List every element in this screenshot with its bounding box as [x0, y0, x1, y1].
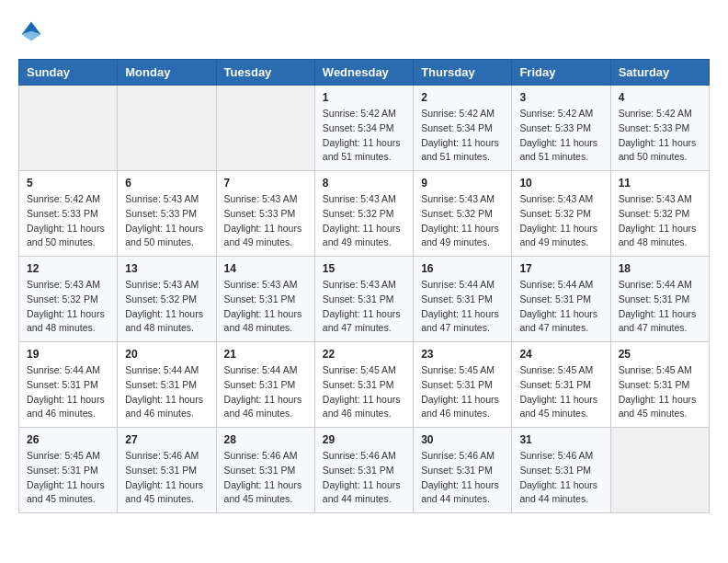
day-info: Sunrise: 5:45 AMSunset: 5:31 PMDaylight:…	[27, 449, 109, 507]
day-number: 30	[421, 433, 504, 446]
calendar-cell: 21Sunrise: 5:44 AMSunset: 5:31 PMDayligh…	[216, 342, 314, 428]
weekday-header-monday: Monday	[118, 60, 216, 86]
day-info: Sunrise: 5:45 AMSunset: 5:31 PMDaylight:…	[619, 363, 701, 421]
calendar-cell: 22Sunrise: 5:45 AMSunset: 5:31 PMDayligh…	[314, 342, 413, 428]
day-number: 16	[421, 262, 504, 275]
calendar-week-5: 26Sunrise: 5:45 AMSunset: 5:31 PMDayligh…	[19, 428, 710, 513]
day-info: Sunrise: 5:45 AMSunset: 5:31 PMDaylight:…	[519, 363, 602, 421]
weekday-header-sunday: Sunday	[19, 60, 118, 86]
weekday-header-wednesday: Wednesday	[314, 60, 413, 86]
calendar-cell: 18Sunrise: 5:44 AMSunset: 5:31 PMDayligh…	[610, 257, 709, 342]
day-number: 27	[125, 433, 208, 446]
calendar-cell: 19Sunrise: 5:44 AMSunset: 5:31 PMDayligh…	[19, 342, 118, 428]
day-number: 19	[27, 348, 109, 361]
calendar-cell: 2Sunrise: 5:42 AMSunset: 5:34 PMDaylight…	[414, 86, 512, 171]
day-info: Sunrise: 5:42 AMSunset: 5:34 PMDaylight:…	[421, 107, 504, 165]
calendar-cell	[610, 428, 709, 513]
day-info: Sunrise: 5:44 AMSunset: 5:31 PMDaylight:…	[224, 363, 307, 421]
day-info: Sunrise: 5:46 AMSunset: 5:31 PMDaylight:…	[224, 449, 307, 507]
day-info: Sunrise: 5:42 AMSunset: 5:33 PMDaylight:…	[519, 107, 602, 165]
day-info: Sunrise: 5:43 AMSunset: 5:31 PMDaylight:…	[224, 278, 307, 336]
day-info: Sunrise: 5:44 AMSunset: 5:31 PMDaylight:…	[125, 363, 208, 421]
day-number: 14	[224, 262, 307, 275]
day-info: Sunrise: 5:43 AMSunset: 5:33 PMDaylight:…	[224, 192, 307, 250]
weekday-header-tuesday: Tuesday	[216, 60, 314, 86]
day-info: Sunrise: 5:43 AMSunset: 5:32 PMDaylight:…	[519, 192, 602, 250]
day-info: Sunrise: 5:45 AMSunset: 5:31 PMDaylight:…	[323, 363, 405, 421]
day-number: 5	[27, 177, 109, 190]
day-info: Sunrise: 5:45 AMSunset: 5:31 PMDaylight:…	[421, 363, 504, 421]
day-number: 10	[519, 177, 602, 190]
day-info: Sunrise: 5:44 AMSunset: 5:31 PMDaylight:…	[519, 278, 602, 336]
logo	[18, 18, 48, 44]
calendar-cell: 26Sunrise: 5:45 AMSunset: 5:31 PMDayligh…	[19, 428, 118, 513]
day-number: 20	[125, 348, 208, 361]
calendar-cell	[216, 86, 314, 171]
day-number: 7	[224, 177, 307, 190]
day-info: Sunrise: 5:44 AMSunset: 5:31 PMDaylight:…	[27, 363, 109, 421]
calendar-cell: 31Sunrise: 5:46 AMSunset: 5:31 PMDayligh…	[512, 428, 610, 513]
calendar-cell	[118, 86, 216, 171]
day-info: Sunrise: 5:42 AMSunset: 5:34 PMDaylight:…	[323, 107, 405, 165]
day-number: 24	[519, 348, 602, 361]
calendar-cell: 9Sunrise: 5:43 AMSunset: 5:32 PMDaylight…	[414, 171, 512, 257]
calendar-week-2: 5Sunrise: 5:42 AMSunset: 5:33 PMDaylight…	[19, 171, 710, 257]
calendar-cell: 15Sunrise: 5:43 AMSunset: 5:31 PMDayligh…	[314, 257, 413, 342]
calendar-cell	[19, 86, 118, 171]
weekday-header-row: SundayMondayTuesdayWednesdayThursdayFrid…	[19, 60, 710, 86]
day-info: Sunrise: 5:43 AMSunset: 5:32 PMDaylight:…	[125, 278, 208, 336]
day-number: 11	[619, 177, 701, 190]
day-info: Sunrise: 5:46 AMSunset: 5:31 PMDaylight:…	[323, 449, 405, 507]
day-number: 23	[421, 348, 504, 361]
day-number: 28	[224, 433, 307, 446]
calendar-cell: 13Sunrise: 5:43 AMSunset: 5:32 PMDayligh…	[118, 257, 216, 342]
calendar-cell: 14Sunrise: 5:43 AMSunset: 5:31 PMDayligh…	[216, 257, 314, 342]
calendar-cell: 10Sunrise: 5:43 AMSunset: 5:32 PMDayligh…	[512, 171, 610, 257]
day-number: 1	[323, 91, 405, 104]
calendar-cell: 1Sunrise: 5:42 AMSunset: 5:34 PMDaylight…	[314, 86, 413, 171]
day-number: 3	[519, 91, 602, 104]
day-number: 12	[27, 262, 109, 275]
day-info: Sunrise: 5:43 AMSunset: 5:32 PMDaylight:…	[323, 192, 405, 250]
calendar-cell: 16Sunrise: 5:44 AMSunset: 5:31 PMDayligh…	[414, 257, 512, 342]
day-info: Sunrise: 5:46 AMSunset: 5:31 PMDaylight:…	[421, 449, 504, 507]
day-number: 4	[619, 91, 701, 104]
day-number: 26	[27, 433, 109, 446]
calendar-cell: 20Sunrise: 5:44 AMSunset: 5:31 PMDayligh…	[118, 342, 216, 428]
day-info: Sunrise: 5:43 AMSunset: 5:31 PMDaylight:…	[323, 278, 405, 336]
calendar-cell: 23Sunrise: 5:45 AMSunset: 5:31 PMDayligh…	[414, 342, 512, 428]
day-number: 17	[519, 262, 602, 275]
day-number: 13	[125, 262, 208, 275]
calendar-cell: 28Sunrise: 5:46 AMSunset: 5:31 PMDayligh…	[216, 428, 314, 513]
calendar-week-4: 19Sunrise: 5:44 AMSunset: 5:31 PMDayligh…	[19, 342, 710, 428]
calendar-cell: 3Sunrise: 5:42 AMSunset: 5:33 PMDaylight…	[512, 86, 610, 171]
calendar-week-1: 1Sunrise: 5:42 AMSunset: 5:34 PMDaylight…	[19, 86, 710, 171]
calendar-cell: 5Sunrise: 5:42 AMSunset: 5:33 PMDaylight…	[19, 171, 118, 257]
weekday-header-saturday: Saturday	[610, 60, 709, 86]
day-info: Sunrise: 5:42 AMSunset: 5:33 PMDaylight:…	[27, 192, 109, 250]
calendar-cell: 30Sunrise: 5:46 AMSunset: 5:31 PMDayligh…	[414, 428, 512, 513]
calendar-cell: 17Sunrise: 5:44 AMSunset: 5:31 PMDayligh…	[512, 257, 610, 342]
day-info: Sunrise: 5:43 AMSunset: 5:32 PMDaylight:…	[27, 278, 109, 336]
calendar-cell: 12Sunrise: 5:43 AMSunset: 5:32 PMDayligh…	[19, 257, 118, 342]
day-number: 25	[619, 348, 701, 361]
calendar-week-3: 12Sunrise: 5:43 AMSunset: 5:32 PMDayligh…	[19, 257, 710, 342]
day-number: 22	[323, 348, 405, 361]
day-number: 21	[224, 348, 307, 361]
day-info: Sunrise: 5:46 AMSunset: 5:31 PMDaylight:…	[125, 449, 208, 507]
calendar-cell: 29Sunrise: 5:46 AMSunset: 5:31 PMDayligh…	[314, 428, 413, 513]
calendar-cell: 11Sunrise: 5:43 AMSunset: 5:32 PMDayligh…	[610, 171, 709, 257]
day-info: Sunrise: 5:43 AMSunset: 5:32 PMDaylight:…	[619, 192, 701, 250]
day-info: Sunrise: 5:44 AMSunset: 5:31 PMDaylight:…	[619, 278, 701, 336]
day-info: Sunrise: 5:43 AMSunset: 5:33 PMDaylight:…	[125, 192, 208, 250]
day-number: 29	[323, 433, 405, 446]
calendar-table: SundayMondayTuesdayWednesdayThursdayFrid…	[18, 59, 710, 513]
calendar-cell: 7Sunrise: 5:43 AMSunset: 5:33 PMDaylight…	[216, 171, 314, 257]
day-number: 18	[619, 262, 701, 275]
calendar-cell: 27Sunrise: 5:46 AMSunset: 5:31 PMDayligh…	[118, 428, 216, 513]
day-number: 15	[323, 262, 405, 275]
day-number: 8	[323, 177, 405, 190]
day-number: 2	[421, 91, 504, 104]
day-info: Sunrise: 5:43 AMSunset: 5:32 PMDaylight:…	[421, 192, 504, 250]
day-info: Sunrise: 5:42 AMSunset: 5:33 PMDaylight:…	[619, 107, 701, 165]
